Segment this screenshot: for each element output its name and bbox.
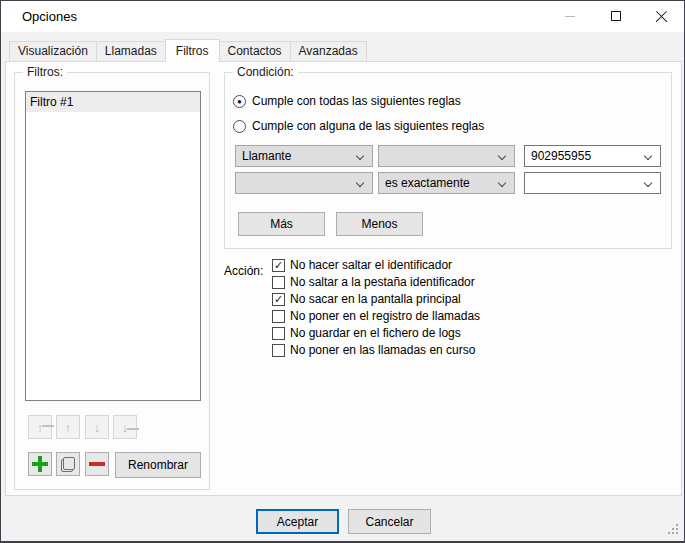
remove-icon bbox=[89, 462, 105, 466]
radio-match-any[interactable]: Cumple con alguna de las siguientes regl… bbox=[233, 119, 484, 133]
fewer-rules-button[interactable]: Menos bbox=[336, 212, 423, 236]
condition-group: Condición: ● Cumple con todas las siguie… bbox=[224, 72, 672, 249]
more-rules-button[interactable]: Más bbox=[238, 212, 325, 236]
chevron-down-icon bbox=[498, 152, 506, 160]
checkbox-no-jump-identifier-tab[interactable]: No saltar a la pestaña identificador bbox=[272, 275, 475, 289]
move-to-bottom-icon: ↓ bbox=[122, 421, 129, 434]
minimize-button[interactable] bbox=[547, 1, 592, 31]
checkbox-label: No poner en las llamadas en curso bbox=[290, 343, 475, 357]
tab-strip: Visualización Llamadas Filtros Contactos… bbox=[9, 38, 366, 61]
radio-icon[interactable] bbox=[233, 120, 246, 133]
radio-icon[interactable]: ● bbox=[233, 95, 246, 108]
checkbox-icon[interactable] bbox=[272, 344, 285, 357]
move-up-icon: ↑ bbox=[65, 421, 72, 434]
window-title: Opciones bbox=[22, 9, 77, 24]
add-icon bbox=[32, 456, 48, 472]
maximize-icon bbox=[611, 11, 621, 21]
move-down-button[interactable]: ↓ bbox=[85, 415, 109, 439]
duplicate-filter-button[interactable] bbox=[56, 452, 80, 476]
minimize-icon bbox=[565, 16, 575, 17]
maximize-button[interactable] bbox=[593, 1, 638, 31]
filters-tab-page: Filtros: Filtro #1 ↑ ↑ ↓ ↓ bbox=[5, 61, 682, 496]
action-label: Acción: bbox=[224, 264, 263, 278]
cancel-button[interactable]: Cancelar bbox=[348, 509, 431, 534]
move-to-top-button[interactable]: ↑ bbox=[28, 415, 52, 439]
tab-filtros[interactable]: Filtros bbox=[165, 39, 220, 62]
list-item[interactable]: Filtro #1 bbox=[26, 92, 200, 112]
move-to-bottom-button[interactable]: ↓ bbox=[113, 415, 137, 439]
checkbox-no-current-calls[interactable]: No poner en las llamadas en curso bbox=[272, 343, 475, 357]
accept-button[interactable]: Aceptar bbox=[256, 509, 339, 534]
checkbox-icon[interactable]: ✓ bbox=[272, 293, 285, 306]
checkbox-icon[interactable] bbox=[272, 310, 285, 323]
checkbox-label: No guardar en el fichero de logs bbox=[290, 326, 461, 340]
rule2-operator-dropdown[interactable]: es exactamente bbox=[378, 172, 515, 194]
chevron-down-icon bbox=[644, 179, 652, 187]
checkbox-label: No hacer saltar el identificador bbox=[290, 258, 452, 272]
checkbox-label: No saltar a la pestaña identificador bbox=[290, 275, 475, 289]
chevron-down-icon bbox=[356, 179, 364, 187]
rename-button[interactable]: Renombrar bbox=[115, 452, 201, 478]
duplicate-icon bbox=[61, 457, 75, 472]
tab-avanzadas[interactable]: Avanzadas bbox=[290, 41, 367, 61]
remove-filter-button[interactable] bbox=[85, 452, 109, 476]
chevron-down-icon bbox=[356, 152, 364, 160]
title-bar: Opciones bbox=[1, 1, 684, 32]
options-dialog: Opciones Visualización Llamadas Filtros … bbox=[0, 0, 685, 543]
checkbox-no-popup-identifier[interactable]: ✓ No hacer saltar el identificador bbox=[272, 258, 452, 272]
tab-llamadas[interactable]: Llamadas bbox=[96, 41, 166, 61]
rule2-operator-value: es exactamente bbox=[385, 176, 470, 190]
filters-list[interactable]: Filtro #1 bbox=[25, 91, 201, 401]
rule1-value-text: 902955955 bbox=[531, 149, 591, 163]
checkbox-label: No sacar en la pantalla principal bbox=[290, 292, 461, 306]
resize-grip[interactable] bbox=[668, 524, 680, 536]
rule2-field-dropdown[interactable] bbox=[235, 172, 373, 194]
chevron-down-icon bbox=[644, 152, 652, 160]
radio-label: Cumple con todas las siguientes reglas bbox=[252, 94, 461, 108]
checkbox-icon[interactable]: ✓ bbox=[272, 259, 285, 272]
rule2-value-combobox[interactable] bbox=[524, 172, 661, 194]
checkbox-no-show-main-screen[interactable]: ✓ No sacar en la pantalla principal bbox=[272, 292, 461, 306]
move-up-button[interactable]: ↑ bbox=[56, 415, 80, 439]
rule1-field-value: Llamante bbox=[242, 149, 291, 163]
move-to-top-icon: ↑ bbox=[37, 421, 44, 434]
checkbox-icon[interactable] bbox=[272, 327, 285, 340]
checkbox-no-call-log[interactable]: No poner en el registro de llamadas bbox=[272, 309, 480, 323]
move-down-icon: ↓ bbox=[94, 421, 101, 434]
filters-group-label: Filtros: bbox=[23, 65, 67, 79]
checkbox-label: No poner en el registro de llamadas bbox=[290, 309, 480, 323]
chevron-down-icon bbox=[498, 179, 506, 187]
resize-grip-dots bbox=[668, 524, 670, 526]
tab-contactos[interactable]: Contactos bbox=[219, 41, 291, 61]
rule1-operator-dropdown[interactable] bbox=[378, 145, 515, 167]
condition-group-label: Condición: bbox=[233, 65, 298, 79]
checkbox-icon[interactable] bbox=[272, 276, 285, 289]
rule1-field-dropdown[interactable]: Llamante bbox=[235, 145, 373, 167]
rule1-value-combobox[interactable]: 902955955 bbox=[524, 145, 661, 167]
filters-group: Filtros: Filtro #1 ↑ ↑ ↓ ↓ bbox=[14, 72, 210, 490]
tab-visualizacion[interactable]: Visualización bbox=[9, 41, 97, 61]
checkbox-no-log-file[interactable]: No guardar en el fichero de logs bbox=[272, 326, 461, 340]
close-icon bbox=[655, 10, 668, 23]
radio-match-all[interactable]: ● Cumple con todas las siguientes reglas bbox=[233, 94, 461, 108]
close-button[interactable] bbox=[639, 1, 684, 31]
add-filter-button[interactable] bbox=[28, 452, 52, 476]
radio-label: Cumple con alguna de las siguientes regl… bbox=[252, 119, 484, 133]
